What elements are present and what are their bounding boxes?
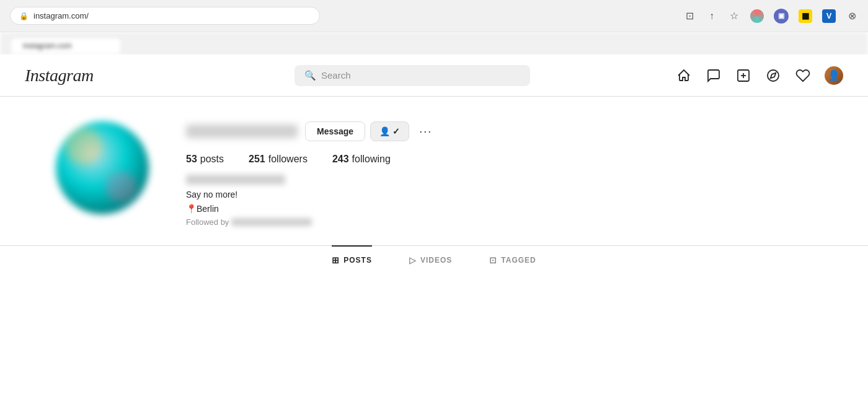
tagged-tab-label: TAGGED xyxy=(501,256,536,265)
tab-tagged[interactable]: ⊡ TAGGED xyxy=(489,245,536,274)
posts-tab-icon: ⊞ xyxy=(332,255,340,265)
url-text: instagram.com/ xyxy=(33,11,89,20)
tab-bar: instagram.com xyxy=(0,32,868,55)
posts-count: 53 xyxy=(186,154,197,165)
check-icon: ✓ xyxy=(392,126,400,136)
display-name-blur xyxy=(186,175,285,185)
location-text: 📍Berlin xyxy=(186,204,843,214)
videos-tab-icon: ▷ xyxy=(409,255,417,265)
profile-section: Message 👤 ✓ ··· 53 posts 251 followers xyxy=(0,97,868,239)
instagram-header: Instagram 🔍 Search xyxy=(0,55,868,97)
lock-icon: 🔒 xyxy=(19,12,29,20)
nomi-icon[interactable] xyxy=(750,9,764,23)
bio-text: Say no more! xyxy=(186,188,843,201)
followers-count: 251 xyxy=(249,154,265,165)
posts-label: posts xyxy=(200,154,224,165)
search-bar[interactable]: 🔍 Search xyxy=(294,65,530,86)
new-post-icon[interactable] xyxy=(735,68,751,84)
browser-bar: 🔒 instagram.com/ ⊡ ↑ ☆ ▣ ▦ V ⊗ xyxy=(0,0,868,32)
posts-tab-label: POSTS xyxy=(343,256,372,265)
translate-icon[interactable]: ⊡ xyxy=(683,10,696,22)
messenger-icon[interactable] xyxy=(706,68,722,84)
explore-icon[interactable] xyxy=(765,68,781,84)
bookmark-icon[interactable]: ☆ xyxy=(728,10,740,22)
profile-content: Message 👤 ✓ ··· 53 posts 251 followers xyxy=(0,97,868,274)
instagram-logo: Instagram xyxy=(25,66,149,85)
tab-videos[interactable]: ▷ VIDEOS xyxy=(409,245,452,274)
followed-by-name-blur xyxy=(231,218,312,226)
ext3-icon[interactable]: V xyxy=(822,9,836,23)
url-bar[interactable]: 🔒 instagram.com/ xyxy=(10,7,320,25)
search-wrapper: 🔍 Search xyxy=(149,65,676,86)
svg-point-3 xyxy=(768,70,779,81)
instagram-nav: 👤 xyxy=(676,66,843,85)
ext1-icon[interactable]: ▣ xyxy=(774,9,789,24)
profile-avatar-nav[interactable]: 👤 xyxy=(825,66,843,85)
followers-label: followers xyxy=(268,154,308,165)
username-row: Message 👤 ✓ ··· xyxy=(186,121,843,141)
following-stat[interactable]: 243 following xyxy=(332,154,391,165)
browser-tab[interactable]: instagram.com xyxy=(10,37,122,54)
profile-stats: 53 posts 251 followers 243 following xyxy=(186,154,843,165)
profile-info: Message 👤 ✓ ··· 53 posts 251 followers xyxy=(186,121,843,227)
profile-avatar xyxy=(56,121,149,214)
ext2-icon[interactable]: ▦ xyxy=(799,9,812,23)
profile-actions: Message 👤 ✓ ··· xyxy=(305,121,437,141)
profile-avatar-wrapper xyxy=(56,121,149,214)
search-placeholder: Search xyxy=(321,70,351,81)
followed-by-label: Followed by xyxy=(186,217,229,227)
more-icon[interactable]: ⊗ xyxy=(846,10,858,22)
message-button[interactable]: Message xyxy=(305,121,365,141)
followers-stat[interactable]: 251 followers xyxy=(249,154,308,165)
heart-icon[interactable] xyxy=(795,68,811,84)
videos-tab-label: VIDEOS xyxy=(420,256,452,265)
tab-posts[interactable]: ⊞ POSTS xyxy=(332,245,372,274)
username-blur xyxy=(186,125,298,138)
followed-by-text: Followed by xyxy=(186,217,843,227)
home-icon[interactable] xyxy=(676,68,692,84)
following-count: 243 xyxy=(332,154,349,165)
share-icon[interactable]: ↑ xyxy=(706,10,718,22)
browser-actions: ⊡ ↑ ☆ ▣ ▦ V ⊗ xyxy=(683,9,858,24)
svg-marker-4 xyxy=(771,72,776,77)
more-options-button[interactable]: ··· xyxy=(414,123,437,141)
profile-tabs: ⊞ POSTS ▷ VIDEOS ⊡ TAGGED xyxy=(0,245,868,274)
following-label: following xyxy=(352,154,391,165)
tagged-tab-icon: ⊡ xyxy=(489,255,497,265)
follow-button[interactable]: 👤 ✓ xyxy=(370,121,409,141)
search-icon: 🔍 xyxy=(304,70,316,81)
posts-stat[interactable]: 53 posts xyxy=(186,154,224,165)
follow-icon: 👤 xyxy=(379,126,390,136)
